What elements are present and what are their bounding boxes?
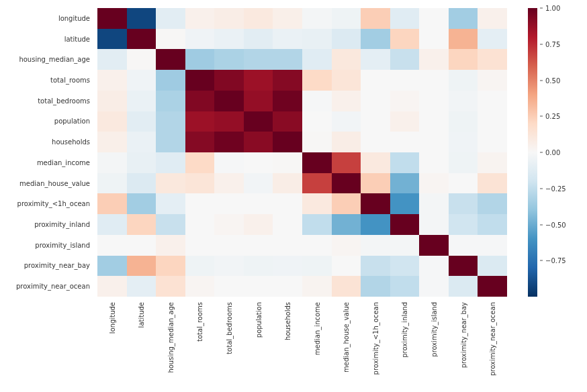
heatmap-cell xyxy=(449,256,478,277)
heatmap-cell xyxy=(478,173,507,194)
heatmap-cell xyxy=(361,70,390,91)
heatmap-cell xyxy=(302,111,332,132)
heatmap-cell xyxy=(127,173,156,194)
heatmap-cell xyxy=(244,91,273,111)
heatmap-cell xyxy=(419,8,449,29)
heatmap-area xyxy=(97,8,507,297)
heatmap-cell xyxy=(185,91,215,111)
y-axis-label: median_house_value xyxy=(0,173,94,194)
heatmap-cell xyxy=(361,111,390,132)
heatmap-cell xyxy=(361,214,390,235)
y-axis-label: longitude xyxy=(0,8,94,29)
heatmap-cell xyxy=(127,193,156,214)
heatmap-cell xyxy=(156,70,185,91)
heatmap-cell xyxy=(185,29,215,50)
heatmap-cell xyxy=(302,70,332,91)
heatmap-cell xyxy=(214,29,244,50)
x-axis-label: proximity_near_bay xyxy=(449,299,478,387)
colorbar-tick: 0.25 xyxy=(540,113,560,120)
heatmap-cell xyxy=(185,276,215,297)
heatmap-cell xyxy=(332,29,361,50)
heatmap-cell xyxy=(244,214,273,235)
heatmap-cell xyxy=(332,132,361,152)
x-axis-label: total_bedrooms xyxy=(214,299,244,387)
heatmap-cell xyxy=(449,193,478,214)
heatmap-cell xyxy=(478,91,507,111)
heatmap-cell xyxy=(244,49,273,70)
heatmap-cell xyxy=(244,70,273,91)
heatmap-cell xyxy=(302,193,332,214)
heatmap-cell xyxy=(185,49,215,70)
x-axis-label: total_rooms xyxy=(185,299,215,387)
heatmap-cell xyxy=(390,132,420,152)
heatmap-cell xyxy=(478,8,507,29)
x-axis-label: longitude xyxy=(97,299,127,387)
heatmap-cell xyxy=(449,70,478,91)
heatmap-cell xyxy=(244,152,273,173)
heatmap-cell xyxy=(97,193,127,214)
heatmap-cell xyxy=(127,49,156,70)
colorbar-tick: −0.50 xyxy=(540,221,566,228)
heatmap-cell xyxy=(273,91,302,111)
heatmap-cell xyxy=(127,256,156,277)
y-axis-label: total_rooms xyxy=(0,70,94,91)
heatmap-cell xyxy=(332,91,361,111)
heatmap-cell xyxy=(361,91,390,111)
heatmap-cell xyxy=(332,152,361,173)
heatmap-cell xyxy=(419,256,449,277)
heatmap-cell xyxy=(185,111,215,132)
x-axis-label: housing_median_age xyxy=(156,299,185,387)
heatmap-cell xyxy=(302,173,332,194)
heatmap-cell xyxy=(244,29,273,50)
heatmap-cell xyxy=(302,132,332,152)
heatmap-cell xyxy=(390,8,420,29)
heatmap-cell xyxy=(449,111,478,132)
heatmap-cell xyxy=(97,214,127,235)
heatmap-cell xyxy=(273,173,302,194)
colorbar-tick: 0.75 xyxy=(540,40,560,48)
x-axis-labels: longitudelatitudehousing_median_agetotal… xyxy=(97,299,507,387)
heatmap-cell xyxy=(97,256,127,277)
heatmap-cell xyxy=(156,256,185,277)
heatmap-cell xyxy=(273,8,302,29)
heatmap-cell xyxy=(185,173,215,194)
y-axis-label: median_income xyxy=(0,152,94,173)
heatmap-grid xyxy=(97,8,507,297)
heatmap-cell xyxy=(273,49,302,70)
heatmap-cell xyxy=(156,91,185,111)
heatmap-cell xyxy=(97,29,127,50)
heatmap-cell xyxy=(478,193,507,214)
heatmap-cell xyxy=(214,111,244,132)
heatmap-cell xyxy=(273,70,302,91)
heatmap-cell xyxy=(390,70,420,91)
heatmap-cell xyxy=(127,8,156,29)
heatmap-cell xyxy=(361,152,390,173)
colorbar-tick: 1.00 xyxy=(540,5,560,12)
heatmap-cell xyxy=(390,214,420,235)
heatmap-cell xyxy=(332,276,361,297)
heatmap-cell xyxy=(390,49,420,70)
y-axis-label: population xyxy=(0,111,94,132)
heatmap-cell xyxy=(419,152,449,173)
heatmap-cell xyxy=(332,214,361,235)
heatmap-cell xyxy=(361,132,390,152)
y-axis-label: latitude xyxy=(0,29,94,50)
y-axis-label: proximity_island xyxy=(0,235,94,256)
heatmap-cell xyxy=(127,132,156,152)
y-axis-label: proximity_near_ocean xyxy=(0,276,94,297)
x-axis-label: proximity_island xyxy=(419,299,449,387)
y-axis-label: households xyxy=(0,132,94,152)
correlation-heatmap: longitudelatitudehousing_median_agetotal… xyxy=(0,0,587,392)
heatmap-cell xyxy=(449,276,478,297)
heatmap-cell xyxy=(273,214,302,235)
heatmap-cell xyxy=(449,132,478,152)
heatmap-cell xyxy=(449,8,478,29)
heatmap-cell xyxy=(332,70,361,91)
heatmap-cell xyxy=(449,235,478,256)
heatmap-cell xyxy=(302,29,332,50)
heatmap-cell xyxy=(478,29,507,50)
heatmap-cell xyxy=(214,70,244,91)
x-axis-label: households xyxy=(273,299,302,387)
heatmap-cell xyxy=(214,214,244,235)
heatmap-cell xyxy=(302,152,332,173)
